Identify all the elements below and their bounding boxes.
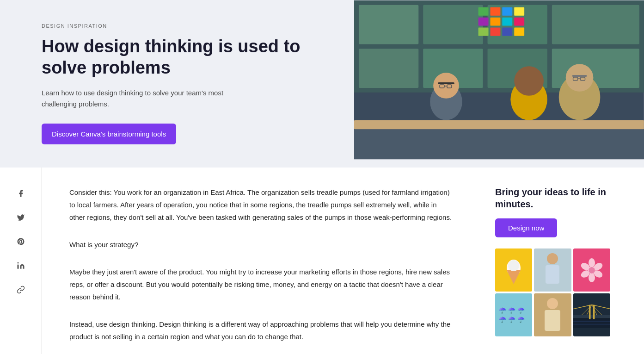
svg-rect-70 [593, 304, 595, 319]
svg-rect-34 [572, 75, 587, 77]
article-para-2: What is your strategy? [69, 238, 453, 251]
hero-category: DESIGN INSPIRATION [42, 23, 326, 29]
svg-text:☂️: ☂️ [499, 316, 507, 323]
svg-rect-26 [438, 82, 454, 84]
twitter-share-button[interactable] [13, 210, 28, 225]
svg-marker-41 [507, 270, 521, 284]
svg-rect-14 [514, 7, 524, 16]
hero-illustration [354, 0, 644, 160]
right-sidebar: Bring your ideas to life in minutes. Des… [481, 168, 624, 354]
linkedin-share-button[interactable] [13, 258, 28, 273]
svg-rect-19 [478, 28, 489, 36]
hero-subtitle: Learn how to use design thinking to solv… [42, 87, 236, 110]
svg-rect-20 [491, 28, 501, 36]
flower-illustration [578, 256, 606, 284]
content-area: Consider this: You work for an organizat… [0, 168, 644, 354]
svg-point-42 [508, 260, 519, 271]
article-para-3: Maybe they just aren't aware of the prod… [69, 266, 453, 303]
svg-point-31 [514, 66, 544, 96]
svg-rect-44 [546, 265, 559, 284]
city-illustration [573, 301, 610, 329]
collage-cell-3 [573, 248, 610, 292]
hero-cta-button[interactable]: Discover Canva's brainstorming tools [42, 124, 176, 144]
svg-rect-16 [491, 18, 501, 26]
svg-rect-71 [573, 319, 610, 328]
article-para-1: Consider this: You work for an organizat… [69, 186, 453, 224]
hero-title: How design thinking is used to solve pro… [42, 36, 326, 78]
ice-cream-illustration [502, 254, 525, 286]
svg-text:☂️: ☂️ [508, 316, 516, 323]
svg-rect-18 [514, 18, 524, 26]
pinterest-share-button[interactable] [13, 234, 28, 249]
sidebar-widget-title: Bring your ideas to life in minutes. [495, 186, 610, 210]
svg-rect-38 [354, 129, 644, 159]
person-illustration [540, 249, 565, 291]
hero-text-block: DESIGN INSPIRATION How design thinking i… [0, 0, 354, 168]
collage-cell-5 [534, 293, 571, 336]
collage-cell-4: ☂️ ☂️ ☂️ ☂️ ☂️ ☂️ [495, 293, 532, 336]
svg-point-43 [547, 253, 558, 264]
svg-rect-21 [503, 28, 513, 36]
collage-cell-6 [573, 293, 610, 336]
svg-rect-15 [478, 18, 489, 26]
main-article: Consider this: You work for an organizat… [42, 168, 481, 354]
svg-rect-22 [514, 28, 524, 36]
svg-rect-17 [503, 18, 513, 26]
svg-rect-12 [491, 7, 501, 16]
svg-text:☂️: ☂️ [517, 316, 525, 323]
hero-image [354, 0, 644, 168]
sidebar-cta-widget: Bring your ideas to life in minutes. Des… [495, 186, 610, 336]
svg-rect-68 [573, 315, 610, 318]
svg-point-39 [17, 262, 18, 264]
svg-rect-23 [354, 120, 644, 130]
svg-rect-11 [478, 7, 489, 16]
svg-point-52 [589, 267, 595, 273]
svg-rect-69 [589, 304, 591, 319]
collage-cell-1 [495, 248, 532, 292]
copy-link-button[interactable] [13, 282, 28, 297]
svg-rect-60 [545, 310, 560, 331]
hero-section: DESIGN INSPIRATION How design thinking i… [0, 0, 644, 168]
social-sidebar [0, 168, 42, 354]
svg-point-33 [566, 64, 594, 92]
svg-text:☂️: ☂️ [517, 306, 525, 314]
collage-cell-2 [534, 248, 571, 292]
svg-rect-13 [503, 7, 513, 16]
collage-grid: ☂️ ☂️ ☂️ ☂️ ☂️ ☂️ [495, 248, 610, 336]
svg-text:☂️: ☂️ [508, 306, 516, 314]
svg-rect-3 [359, 5, 418, 44]
svg-point-49 [589, 273, 595, 282]
svg-rect-6 [552, 5, 639, 44]
svg-rect-4 [423, 5, 483, 44]
design-now-button[interactable]: Design now [495, 218, 557, 237]
person2-illustration [540, 294, 565, 336]
svg-rect-7 [359, 49, 418, 88]
article-para-4: Instead, use design thinking. Design thi… [69, 318, 453, 343]
svg-point-59 [547, 298, 558, 309]
svg-point-46 [589, 258, 595, 267]
svg-text:☂️: ☂️ [499, 306, 507, 314]
umbrellas-illustration: ☂️ ☂️ ☂️ ☂️ ☂️ ☂️ [497, 301, 530, 329]
facebook-share-button[interactable] [13, 186, 28, 201]
svg-point-25 [433, 73, 459, 99]
